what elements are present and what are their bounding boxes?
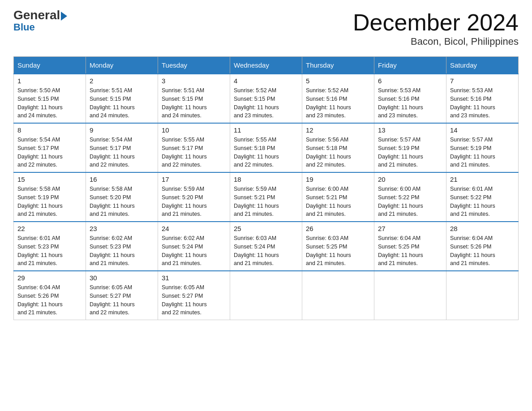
day-cell-3: 3 Sunrise: 5:51 AMSunset: 5:15 PMDayligh…	[158, 74, 230, 123]
day-info: Sunrise: 5:58 AMSunset: 5:19 PMDaylight:…	[17, 185, 82, 218]
day-number: 16	[90, 176, 154, 183]
day-info: Sunrise: 5:51 AMSunset: 5:15 PMDaylight:…	[162, 86, 226, 120]
page-subtitle: Bacon, Bicol, Philippines	[353, 36, 519, 47]
day-info: Sunrise: 5:50 AMSunset: 5:15 PMDaylight:…	[17, 86, 82, 120]
day-number: 11	[234, 126, 298, 134]
day-info: Sunrise: 6:05 AMSunset: 5:27 PMDaylight:…	[162, 283, 226, 317]
day-info: Sunrise: 6:02 AMSunset: 5:23 PMDaylight:…	[90, 234, 154, 268]
day-info: Sunrise: 5:57 AMSunset: 5:19 PMDaylight:…	[378, 136, 442, 169]
day-cell-31: 31 Sunrise: 6:05 AMSunset: 5:27 PMDaylig…	[158, 271, 230, 320]
logo-arrow-icon	[61, 12, 67, 21]
day-cell-10: 10 Sunrise: 5:55 AMSunset: 5:17 PMDaylig…	[158, 123, 230, 172]
day-info: Sunrise: 5:52 AMSunset: 5:16 PMDaylight:…	[306, 86, 370, 120]
day-cell-7: 7 Sunrise: 5:53 AMSunset: 5:16 PMDayligh…	[446, 74, 519, 123]
day-info: Sunrise: 5:55 AMSunset: 5:18 PMDaylight:…	[234, 136, 298, 169]
day-cell-22: 22 Sunrise: 6:01 AMSunset: 5:23 PMDaylig…	[14, 222, 86, 271]
day-info: Sunrise: 5:59 AMSunset: 5:20 PMDaylight:…	[162, 185, 226, 218]
day-number: 24	[162, 225, 226, 232]
day-number: 14	[450, 126, 515, 134]
day-number: 12	[306, 126, 370, 134]
day-info: Sunrise: 5:59 AMSunset: 5:21 PMDaylight:…	[234, 185, 298, 218]
column-header-tuesday: Tuesday	[158, 57, 230, 74]
logo-general-text: General	[13, 8, 60, 22]
day-info: Sunrise: 5:52 AMSunset: 5:15 PMDaylight:…	[234, 86, 298, 120]
day-info: Sunrise: 6:00 AMSunset: 5:22 PMDaylight:…	[378, 185, 442, 218]
day-number: 25	[234, 225, 298, 232]
day-cell-19: 19 Sunrise: 6:00 AMSunset: 5:21 PMDaylig…	[302, 172, 374, 222]
column-header-friday: Friday	[374, 57, 446, 74]
empty-cell	[374, 271, 446, 320]
day-cell-20: 20 Sunrise: 6:00 AMSunset: 5:22 PMDaylig…	[374, 172, 446, 222]
calendar-table: SundayMondayTuesdayWednesdayThursdayFrid…	[13, 56, 519, 320]
day-cell-27: 27 Sunrise: 6:04 AMSunset: 5:25 PMDaylig…	[374, 222, 446, 271]
column-header-saturday: Saturday	[446, 57, 519, 74]
week-row-3: 15 Sunrise: 5:58 AMSunset: 5:19 PMDaylig…	[14, 172, 519, 222]
day-info: Sunrise: 5:53 AMSunset: 5:16 PMDaylight:…	[450, 86, 515, 120]
day-number: 30	[90, 274, 154, 282]
day-number: 19	[306, 176, 370, 183]
day-info: Sunrise: 6:03 AMSunset: 5:25 PMDaylight:…	[306, 234, 370, 268]
column-header-thursday: Thursday	[302, 57, 374, 74]
day-info: Sunrise: 6:05 AMSunset: 5:27 PMDaylight:…	[90, 283, 154, 317]
day-info: Sunrise: 5:51 AMSunset: 5:15 PMDaylight:…	[90, 86, 154, 120]
day-number: 26	[306, 225, 370, 232]
day-cell-16: 16 Sunrise: 5:58 AMSunset: 5:20 PMDaylig…	[86, 172, 158, 222]
day-number: 15	[17, 176, 82, 183]
day-number: 6	[378, 77, 442, 85]
day-info: Sunrise: 5:53 AMSunset: 5:16 PMDaylight:…	[378, 86, 442, 120]
day-info: Sunrise: 6:01 AMSunset: 5:22 PMDaylight:…	[450, 185, 515, 218]
day-number: 9	[90, 126, 154, 134]
day-number: 2	[90, 77, 154, 85]
day-cell-23: 23 Sunrise: 6:02 AMSunset: 5:23 PMDaylig…	[86, 222, 158, 271]
day-number: 3	[162, 77, 226, 85]
logo: General Blue	[13, 9, 67, 32]
day-cell-18: 18 Sunrise: 5:59 AMSunset: 5:21 PMDaylig…	[230, 172, 302, 222]
day-number: 23	[90, 225, 154, 232]
day-cell-2: 2 Sunrise: 5:51 AMSunset: 5:15 PMDayligh…	[86, 74, 158, 123]
column-header-wednesday: Wednesday	[230, 57, 302, 74]
day-number: 1	[17, 77, 82, 85]
day-info: Sunrise: 5:58 AMSunset: 5:20 PMDaylight:…	[90, 185, 154, 218]
day-info: Sunrise: 5:57 AMSunset: 5:19 PMDaylight:…	[450, 136, 515, 169]
day-number: 17	[162, 176, 226, 183]
week-row-5: 29 Sunrise: 6:04 AMSunset: 5:26 PMDaylig…	[14, 271, 519, 320]
day-info: Sunrise: 6:00 AMSunset: 5:21 PMDaylight:…	[306, 185, 370, 218]
day-cell-1: 1 Sunrise: 5:50 AMSunset: 5:15 PMDayligh…	[14, 74, 86, 123]
day-cell-24: 24 Sunrise: 6:02 AMSunset: 5:24 PMDaylig…	[158, 222, 230, 271]
day-cell-29: 29 Sunrise: 6:04 AMSunset: 5:26 PMDaylig…	[14, 271, 86, 320]
logo-blue-text: Blue	[13, 22, 67, 32]
day-number: 29	[17, 274, 82, 282]
day-number: 4	[234, 77, 298, 85]
day-info: Sunrise: 6:04 AMSunset: 5:26 PMDaylight:…	[450, 234, 515, 268]
day-info: Sunrise: 5:54 AMSunset: 5:17 PMDaylight:…	[90, 136, 154, 169]
day-number: 8	[17, 126, 82, 134]
day-cell-14: 14 Sunrise: 5:57 AMSunset: 5:19 PMDaylig…	[446, 123, 519, 172]
day-info: Sunrise: 6:03 AMSunset: 5:24 PMDaylight:…	[234, 234, 298, 268]
day-number: 22	[17, 225, 82, 232]
day-cell-28: 28 Sunrise: 6:04 AMSunset: 5:26 PMDaylig…	[446, 222, 519, 271]
column-header-monday: Monday	[86, 57, 158, 74]
day-cell-13: 13 Sunrise: 5:57 AMSunset: 5:19 PMDaylig…	[374, 123, 446, 172]
day-cell-17: 17 Sunrise: 5:59 AMSunset: 5:20 PMDaylig…	[158, 172, 230, 222]
day-cell-15: 15 Sunrise: 5:58 AMSunset: 5:19 PMDaylig…	[14, 172, 86, 222]
day-cell-6: 6 Sunrise: 5:53 AMSunset: 5:16 PMDayligh…	[374, 74, 446, 123]
day-info: Sunrise: 6:02 AMSunset: 5:24 PMDaylight:…	[162, 234, 226, 268]
day-number: 10	[162, 126, 226, 134]
day-cell-30: 30 Sunrise: 6:05 AMSunset: 5:27 PMDaylig…	[86, 271, 158, 320]
day-number: 5	[306, 77, 370, 85]
day-cell-26: 26 Sunrise: 6:03 AMSunset: 5:25 PMDaylig…	[302, 222, 374, 271]
empty-cell	[302, 271, 374, 320]
day-number: 28	[450, 225, 515, 232]
day-info: Sunrise: 5:56 AMSunset: 5:18 PMDaylight:…	[306, 136, 370, 169]
empty-cell	[230, 271, 302, 320]
day-info: Sunrise: 5:54 AMSunset: 5:17 PMDaylight:…	[17, 136, 82, 169]
day-info: Sunrise: 6:01 AMSunset: 5:23 PMDaylight:…	[17, 234, 82, 268]
day-cell-11: 11 Sunrise: 5:55 AMSunset: 5:18 PMDaylig…	[230, 123, 302, 172]
day-cell-5: 5 Sunrise: 5:52 AMSunset: 5:16 PMDayligh…	[302, 74, 374, 123]
day-info: Sunrise: 6:04 AMSunset: 5:25 PMDaylight:…	[378, 234, 442, 268]
day-number: 20	[378, 176, 442, 183]
week-row-4: 22 Sunrise: 6:01 AMSunset: 5:23 PMDaylig…	[14, 222, 519, 271]
day-cell-8: 8 Sunrise: 5:54 AMSunset: 5:17 PMDayligh…	[14, 123, 86, 172]
day-number: 7	[450, 77, 515, 85]
title-block: December 2024 Bacon, Bicol, Philippines	[353, 9, 519, 47]
